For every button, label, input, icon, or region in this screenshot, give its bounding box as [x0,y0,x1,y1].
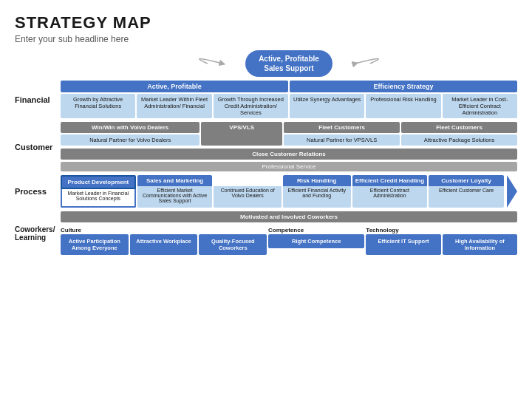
proc-header-0: Product Development [61,175,136,189]
proc-col-0: Product Development Market Leader in Fin… [61,175,136,208]
page-subtitle: Enter your sub headline here [15,34,517,44]
proc-body-3: Efficient Financial Activity and Funding [283,186,351,208]
fin-box-5: Market Leader in Cost-Efficient Contract… [443,94,517,118]
technology-label: Technology [366,225,517,234]
customer-row: Customer Win/Win with Volvo Dealers Natu… [15,122,517,171]
competence-label: Competence [268,225,364,234]
cust-col-2: Fleet Customers Natural Partner for VPS/… [284,122,400,146]
culture-box-1: Attractive Workplace [130,234,198,255]
proc-col-3: Risk Handling Efficient Financial Activi… [283,175,351,208]
cust-inner-0: Natural Partner for Volvo Dealers [61,134,200,146]
cust-header-3: Fleet Customers [401,122,517,133]
fin-box-4: Professional Risk Handling [366,94,440,118]
professional-service-bar: Professional Service [61,162,517,171]
culture-boxes: Active Participation Among Everyone Attr… [61,234,267,255]
financial-right-header: Efficiency Strategy [290,81,517,92]
proc-header-4: Efficient Credit Handling [352,175,428,186]
proc-header-5: Customer Loyalty [429,175,504,186]
culture-box-0: Active Participation Among Everyone [61,234,129,255]
customer-content: Win/Win with Volvo Dealers Natural Partn… [61,122,517,171]
proc-header-1: Sales and Marketing [137,175,213,186]
cust-col-3: Fleet Customers Attractive Package Solut… [401,122,517,146]
cust-inner-3: Attractive Package Solutions [401,134,517,146]
technology-boxes: Efficient IT Support High Availability o… [366,234,517,255]
motivated-bar: Motivated and Involved Coworkers [61,211,517,222]
financial-boxes: Growth by Attractive Financial Solutions… [61,94,517,118]
competence-boxes: Right Competence [268,234,364,248]
cust-inner-2: Natural Partner for VPS/VLS [284,134,400,146]
competence-box-0: Right Competence [268,234,364,248]
page-title: STRATEGY MAP [15,13,517,33]
learning-sections: Culture Active Participation Among Every… [61,225,517,255]
process-label: Process [15,175,61,208]
process-content: Product Development Market Leader in Fin… [61,175,517,208]
fin-box-3: Utilize Synergy Advantages [290,94,364,118]
fin-box-1: Market Leader Within Fleet Administratio… [137,94,211,118]
top-box: Active, Profitable Sales Support [245,50,332,77]
proc-body-1: Efficient Market Communications with Act… [137,186,213,208]
culture-label: Culture [61,225,267,234]
proc-header-3: Risk Handling [283,175,351,186]
top-section: Active, Profitable Sales Support [15,50,517,77]
financial-content: Active, Profitable Efficiency Strategy G… [61,81,517,118]
culture-box-2: Quality-Focused Coworkers [199,234,267,255]
customer-sections: Win/Win with Volvo Dealers Natural Partn… [61,122,517,146]
proc-body-0: Market Leader in Financial Solutions Con… [61,189,136,208]
process-row: Process Product Development Market Leade… [15,175,517,208]
cust-header-0: Win/Win with Volvo Dealers [61,122,200,133]
customer-label: Customer [15,122,61,171]
financial-left-header: Active, Profitable [61,81,288,92]
learning-label: Coworkers/ Learning [15,211,61,255]
proc-col-2: Continued Education of Volvo Dealers [214,175,282,208]
proc-body-5: Efficient Customer Care [429,186,504,208]
learn-technology-col: Technology Efficient IT Support High Ava… [366,225,517,255]
technology-box-1: High Availability of Information [443,234,517,255]
proc-body-4: Efficient Contract Administration [352,186,428,208]
learning-content: Motivated and Involved Coworkers Culture… [61,211,517,255]
fin-box-0: Growth by Attractive Financial Solutions [61,94,135,118]
proc-col-5: Customer Loyalty Efficient Customer Care [429,175,504,208]
cust-header-1: VPS/VLS [201,122,282,146]
technology-box-0: Efficient IT Support [366,234,440,255]
proc-col-1: Sales and Marketing Efficient Market Com… [137,175,213,208]
fin-box-2: Growth Through Increased Credit Administ… [214,94,288,118]
proc-col-4: Efficient Credit Handling Efficient Cont… [352,175,428,208]
proc-body-2: Continued Education of Volvo Dealers [214,186,282,208]
learn-competence-col: Competence Right Competence [268,225,364,248]
process-chevron [507,175,517,208]
learning-row: Coworkers/ Learning Motivated and Involv… [15,211,517,255]
cust-header-2: Fleet Customers [284,122,400,133]
process-columns: Product Development Market Leader in Fin… [61,175,517,208]
cust-col-1: VPS/VLS [201,122,282,146]
close-relations-bar: Close Customer Relations [61,149,517,160]
financial-label: Financial [15,81,61,118]
learn-culture-col: Culture Active Participation Among Every… [61,225,267,255]
financial-row: Financial Active, Profitable Efficiency … [15,81,517,118]
cust-col-0: Win/Win with Volvo Dealers Natural Partn… [61,122,200,146]
